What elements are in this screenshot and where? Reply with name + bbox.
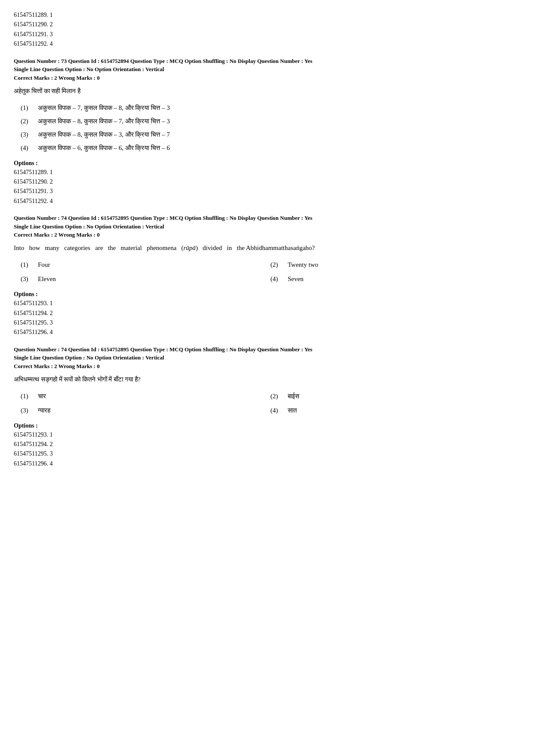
top-options-block: 61547511289. 1 61547511290. 2 6154751129… [14,10,520,49]
top-options-list: 61547511289. 1 61547511290. 2 6154751129… [14,10,520,49]
q74-hi-meta-line1: Question Number : 74 Question Id : 61547… [14,346,312,353]
q74-hi-meta: Question Number : 74 Question Id : 61547… [14,345,520,362]
q73-option-4: (4) अकुसल विपाक – 6, कुसल विपाक – 6, और … [21,142,520,154]
q73-option-2-text: अकुसल विपाक – 8, कुसल विपाक – 7, और क्रि… [38,116,170,127]
q74-hi-option-3-num: (3) [21,405,33,416]
q73-meta-line1: Question Number : 73 Question Id : 61547… [14,58,312,64]
q73-option-1-num: (1) [21,102,33,114]
top-option-item-3: 61547511291. 3 [14,30,520,39]
top-option-item-2: 61547511290. 2 [14,20,520,29]
q74-en-option-1-text: Four [38,259,50,271]
q74-hi-opt-id-1: 61547511293. 1 [14,430,520,440]
q74-hi-text-content: अभिधम्मत्थ सङ्गहो में रूपों को कितने भोग… [14,376,140,383]
q74-hi-question-text: अभिधम्मत्थ सङ्गहो में रूपों को कितने भोग… [14,374,520,384]
q73-option-2-num: (2) [21,116,33,127]
q74-hi-option-1-num: (1) [21,390,33,402]
top-option-item-1: 61547511289. 1 [14,10,520,20]
q74-hi-meta-line2: Single Line Question Option : No Option … [14,354,164,361]
q74-hi-option-1-text: चार [38,390,46,402]
q74-hi-opt-id-4: 61547511296. 4 [14,459,520,469]
q74-hi-option-2: (2) बाईस [270,390,520,402]
q74-en-option-4: (4) Seven [270,273,520,285]
q74-en-opt-id-1: 61547511293. 1 [14,299,520,308]
q74-hi-option-4: (4) सात [270,405,520,416]
q73-option-4-num: (4) [21,142,33,154]
q73-meta: Question Number : 73 Question Id : 61547… [14,57,520,74]
q73-opt-id-2: 61547511290. 2 [14,177,520,187]
q74-en-option-2-text: Twenty two [288,259,318,271]
q74-en-option-4-text: Seven [288,273,304,285]
q73-option-1: (1) अकुसल विपाक – 7, कुसल विपाक – 8, और … [21,102,520,114]
q74-hi-opt-id-3: 61547511295. 3 [14,449,520,459]
q74-en-option-3: (3) Eleven [21,273,270,285]
q74-en-meta-line1: Question Number : 74 Question Id : 61547… [14,215,312,221]
q73-question-text: अहेतुक चित्तों का सही मिलान है [14,86,520,96]
q74-en-option-2: (2) Twenty two [270,259,520,271]
question-73-block: Question Number : 73 Question Id : 61547… [14,57,520,206]
question-74-hi-block: Question Number : 74 Question Id : 61547… [14,345,520,469]
q74-hi-option-4-text: सात [288,405,297,416]
q74-hi-option-1: (1) चार [21,390,270,402]
q73-options-label: Options : [14,160,520,167]
q74-en-options: (1) Four (2) Twenty two (3) Eleven (4) S… [21,259,520,285]
q74-hi-option-2-text: बाईस [288,390,299,402]
q73-opt-id-4: 61547511292. 4 [14,197,520,206]
q73-option-1-text: अकुसल विपाक – 7, कुसल विपाक – 8, और क्रि… [38,102,170,114]
q73-option-3-num: (3) [21,129,33,141]
q74-hi-option-4-num: (4) [270,405,283,416]
q74-en-meta-line2: Single Line Question Option : No Option … [14,223,164,230]
q73-options: (1) अकुसल विपाक – 7, कुसल विपाक – 8, और … [21,102,520,154]
q74-hi-option-ids: 61547511293. 1 61547511294. 2 6154751129… [14,430,520,469]
q73-option-3: (3) अकुसल विपाक – 8, कुसल विपाक – 3, और … [21,129,520,141]
q74-hi-options-label: Options : [14,422,520,429]
q74-hi-options: (1) चार (2) बाईस (3) ग्यारह (4) सात [21,390,520,416]
q73-text-content: अहेतुक चित्तों का सही मिलान है [14,87,81,94]
q74-en-option-4-num: (4) [270,273,283,285]
q74-hi-option-3: (3) ग्यारह [21,405,270,416]
q74-en-meta: Question Number : 74 Question Id : 61547… [14,214,520,231]
q74-en-options-label: Options : [14,291,520,298]
q74-en-option-1: (1) Four [21,259,270,271]
q74-hi-marks: Correct Marks : 2 Wrong Marks : 0 [14,363,520,370]
q74-en-option-1-num: (1) [21,259,33,271]
q74-en-question-text: Into how many categories are the materia… [14,243,520,253]
q74-en-rupa: rūpā [183,244,196,251]
q74-en-opt-id-3: 61547511295. 3 [14,318,520,328]
q74-hi-opt-id-2: 61547511294. 2 [14,440,520,449]
q74-en-option-3-text: Eleven [38,273,56,285]
top-option-item-4: 61547511292. 4 [14,39,520,49]
q73-marks: Correct Marks : 2 Wrong Marks : 0 [14,75,520,81]
q74-en-option-ids: 61547511293. 1 61547511294. 2 6154751129… [14,299,520,337]
q74-hi-option-2-num: (2) [270,390,283,402]
q73-option-3-text: अकुसल विपाक – 8, कुसल विपाक – 3, और क्रि… [38,129,170,141]
question-74-en-block: Question Number : 74 Question Id : 61547… [14,214,520,337]
q74-en-marks: Correct Marks : 2 Wrong Marks : 0 [14,231,520,238]
q74-hi-option-3-text: ग्यारह [38,405,50,416]
q74-en-opt-id-2: 61547511294. 2 [14,309,520,318]
q73-option-2: (2) अकुसल विपाक – 8, कुसल विपाक – 7, और … [21,116,520,127]
q73-opt-id-1: 61547511289. 1 [14,168,520,177]
q73-meta-line2: Single Line Question Option : No Option … [14,66,164,72]
q73-option-ids: 61547511289. 1 61547511290. 2 6154751129… [14,168,520,206]
q74-en-option-2-num: (2) [270,259,283,271]
q73-opt-id-3: 61547511291. 3 [14,187,520,196]
q73-option-4-text: अकुसल विपाक – 6, कुसल विपाक – 6, और क्रि… [38,142,170,154]
q74-en-opt-id-4: 61547511296. 4 [14,328,520,337]
q74-en-option-3-num: (3) [21,273,33,285]
